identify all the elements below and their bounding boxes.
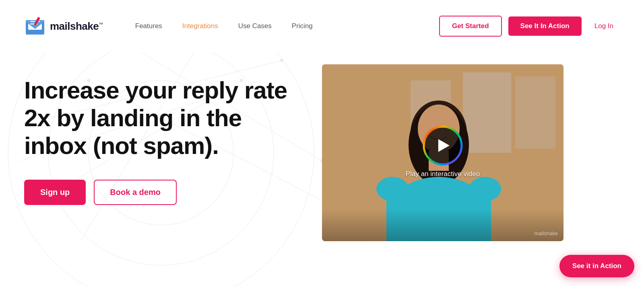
- hero-headline: Increase your reply rate 2x by landing i…: [24, 76, 298, 160]
- header: mailshake™ Features Integrations Use Cas…: [0, 0, 644, 52]
- logo[interactable]: mailshake™: [24, 15, 103, 37]
- nav-pricing[interactable]: Pricing: [292, 22, 313, 30]
- nav-integrations[interactable]: Integrations: [182, 22, 218, 30]
- hero-video: Play an interactive video mailshake: [322, 64, 564, 241]
- book-demo-button[interactable]: Book a demo: [94, 180, 177, 205]
- svg-point-32: [376, 177, 409, 201]
- play-ring: [423, 125, 463, 166]
- video-watermark: mailshake: [534, 230, 558, 236]
- brand-tm: ™: [99, 22, 103, 27]
- get-started-button[interactable]: Get Started: [439, 16, 502, 37]
- svg-point-33: [469, 177, 501, 201]
- video-bottom-gradient: [322, 209, 564, 241]
- hero-left: Increase your reply rate 2x by landing i…: [24, 64, 298, 205]
- brand-name-text: mailshake: [50, 20, 99, 32]
- play-interactive-label: Play an interactive video: [406, 170, 480, 178]
- mailshake-logo-icon: [24, 15, 46, 37]
- play-button[interactable]: [425, 127, 461, 164]
- nav-actions: Get Started See It In Action Log In: [439, 16, 620, 37]
- login-button[interactable]: Log In: [588, 18, 620, 34]
- brand-name: mailshake™: [50, 20, 103, 33]
- video-thumbnail[interactable]: Play an interactive video mailshake: [322, 64, 564, 241]
- svg-point-35: [424, 127, 462, 164]
- play-button-area[interactable]: Play an interactive video: [406, 127, 480, 178]
- nav-use-cases[interactable]: Use Cases: [238, 22, 272, 30]
- nav-features[interactable]: Features: [135, 22, 162, 30]
- main-content: Increase your reply rate 2x by landing i…: [0, 52, 644, 287]
- main-nav: Features Integrations Use Cases Pricing: [135, 22, 439, 30]
- floating-see-action-button[interactable]: See it in Action: [559, 255, 634, 277]
- video-background: Play an interactive video mailshake: [322, 64, 564, 241]
- signup-button[interactable]: Sign up: [24, 180, 86, 205]
- hero-cta: Sign up Book a demo: [24, 180, 298, 205]
- see-in-action-nav-button[interactable]: See It In Action: [508, 16, 582, 36]
